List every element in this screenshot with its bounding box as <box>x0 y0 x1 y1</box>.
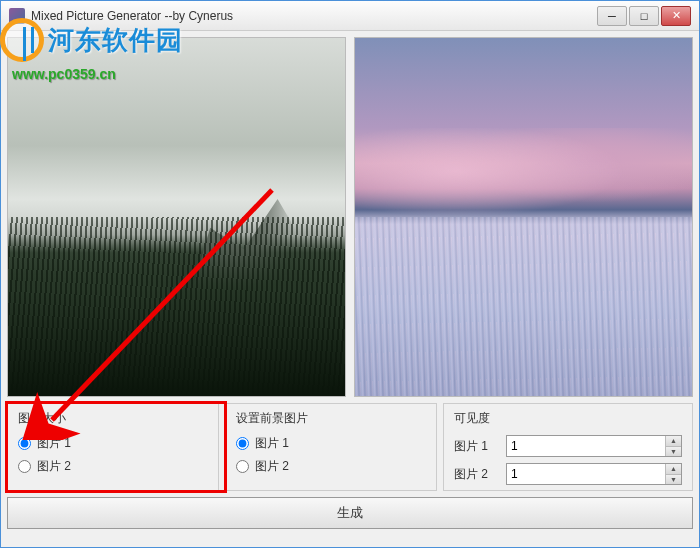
spin-buttons-1: ▲ ▼ <box>665 436 681 456</box>
radio-row-fg-2: 图片 2 <box>236 458 426 475</box>
visibility-input-2[interactable] <box>507 464 665 484</box>
image-preview-2[interactable] <box>354 37 693 397</box>
close-button[interactable]: ✕ <box>661 6 691 26</box>
images-row <box>7 37 693 397</box>
radio-size-1[interactable] <box>18 437 31 450</box>
radio-row-size-1: 图片 1 <box>18 435 208 452</box>
spin-down-1[interactable]: ▼ <box>666 447 681 457</box>
radio-label-size-2[interactable]: 图片 2 <box>37 458 71 475</box>
spin-label-1: 图片 1 <box>454 438 498 455</box>
app-icon <box>9 8 25 24</box>
radio-label-size-1[interactable]: 图片 1 <box>37 435 71 452</box>
image-preview-1[interactable] <box>7 37 346 397</box>
generate-button[interactable]: 生成 <box>7 497 693 529</box>
visibility-spinner-1: ▲ ▼ <box>506 435 682 457</box>
spin-buttons-2: ▲ ▼ <box>665 464 681 484</box>
group-title-visibility: 可见度 <box>454 410 682 427</box>
spin-label-2: 图片 2 <box>454 466 498 483</box>
group-title-foreground: 设置前景图片 <box>236 410 426 427</box>
window-title: Mixed Picture Generator --by Cynerus <box>31 9 597 23</box>
content-area: 图片大小 图片 1 图片 2 设置前景图片 图片 1 <box>1 31 699 547</box>
radio-row-fg-1: 图片 1 <box>236 435 426 452</box>
visibility-spinner-2: ▲ ▼ <box>506 463 682 485</box>
controls-row: 图片大小 图片 1 图片 2 设置前景图片 图片 1 <box>7 403 693 491</box>
window-controls: ─ □ ✕ <box>597 6 691 26</box>
spin-up-2[interactable]: ▲ <box>666 464 681 475</box>
spin-row-2: 图片 2 ▲ ▼ <box>454 463 682 485</box>
radio-size-2[interactable] <box>18 460 31 473</box>
visibility-input-1[interactable] <box>507 436 665 456</box>
maximize-button[interactable]: □ <box>629 6 659 26</box>
radio-fg-1[interactable] <box>236 437 249 450</box>
group-foreground: 设置前景图片 图片 1 图片 2 <box>225 403 437 491</box>
group-title-size: 图片大小 <box>18 410 208 427</box>
spin-down-2[interactable]: ▼ <box>666 475 681 485</box>
radio-label-fg-1[interactable]: 图片 1 <box>255 435 289 452</box>
spin-up-1[interactable]: ▲ <box>666 436 681 447</box>
radio-label-fg-2[interactable]: 图片 2 <box>255 458 289 475</box>
minimize-button[interactable]: ─ <box>597 6 627 26</box>
group-visibility: 可见度 图片 1 ▲ ▼ 图片 2 <box>443 403 693 491</box>
radio-fg-2[interactable] <box>236 460 249 473</box>
spin-row-1: 图片 1 ▲ ▼ <box>454 435 682 457</box>
app-window: Mixed Picture Generator --by Cynerus ─ □… <box>0 0 700 548</box>
radio-row-size-2: 图片 2 <box>18 458 208 475</box>
generate-button-label: 生成 <box>337 504 363 522</box>
group-image-size: 图片大小 图片 1 图片 2 <box>7 403 219 491</box>
titlebar: Mixed Picture Generator --by Cynerus ─ □… <box>1 1 699 31</box>
